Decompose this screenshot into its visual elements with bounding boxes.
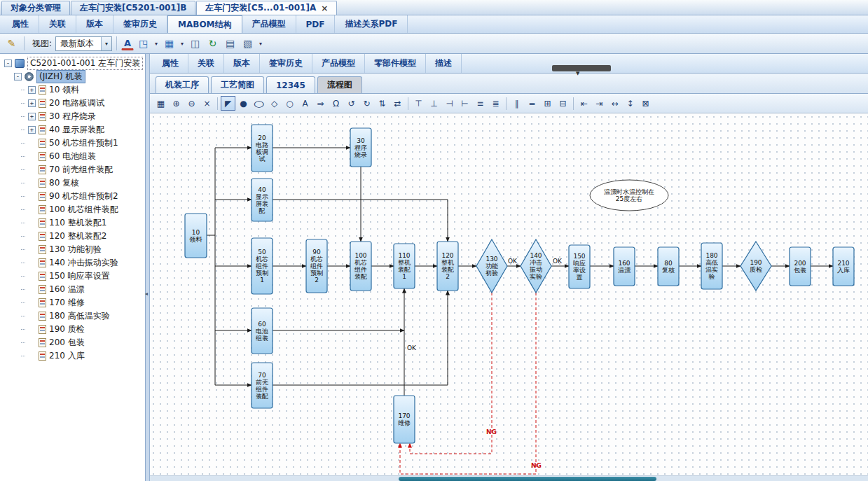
tree-item[interactable]: 170 维修 <box>1 296 144 309</box>
tree-item[interactable]: 100 机芯组件装配 <box>1 203 144 216</box>
undo-icon[interactable]: ↺ <box>344 96 359 111</box>
tree-item[interactable]: +30 程序烧录 <box>1 110 144 123</box>
panel-tab[interactable]: 版本 <box>224 54 260 73</box>
tree-item[interactable]: 150 响应率设置 <box>1 270 144 283</box>
resize-width-icon[interactable]: ↔ <box>607 96 622 111</box>
tree-item[interactable]: 50 机芯组件预制1 <box>1 137 144 150</box>
circle-shape-icon[interactable]: ○ <box>282 96 297 111</box>
delete-icon[interactable]: × <box>200 96 214 111</box>
subtab-工艺简图[interactable]: 工艺简图 <box>211 76 264 93</box>
layout-mode-icon[interactable]: ▦ <box>161 36 177 51</box>
tree-item[interactable]: 200 包装 <box>1 336 144 349</box>
flow-edge[interactable] <box>273 200 448 242</box>
close-tab-icon[interactable]: × <box>321 4 328 13</box>
dropdown-arrow-icon[interactable]: ▾ <box>179 41 186 47</box>
panel-tab[interactable]: 属性 <box>153 54 188 73</box>
main-tab[interactable]: 关联 <box>39 15 76 33</box>
subtab-机装工序[interactable]: 机装工序 <box>156 76 209 93</box>
fit-canvas-icon[interactable]: ⊠ <box>638 96 653 111</box>
tree-root-row[interactable]: - C5201-001-001 左车门安装 <box>1 57 144 70</box>
main-tab[interactable]: 签审历史 <box>113 15 167 33</box>
tree-group-row[interactable]: - (JIZH) 机装 <box>1 70 144 83</box>
view-version-dropdown[interactable]: 最新版本 ▾ <box>55 36 112 51</box>
resize-height-icon[interactable]: ↕ <box>623 96 638 111</box>
tree-item[interactable]: 180 高低温实验 <box>1 309 144 323</box>
flip-vertical-icon[interactable]: ⇅ <box>375 96 390 111</box>
expand-icon[interactable]: + <box>28 126 36 134</box>
collapse-icon[interactable]: - <box>4 60 12 67</box>
main-tab[interactable]: 产品模型 <box>242 15 296 33</box>
align-center-icon[interactable]: ≡ <box>473 96 488 111</box>
tree-item[interactable]: +40 显示屏装配 <box>1 123 144 137</box>
font-style-icon[interactable]: A <box>121 36 134 50</box>
panel-splitter-grip[interactable] <box>552 65 611 71</box>
flowchart-svg[interactable]: 10领料20电路板调试30程序烧录40显示屏装配50机芯组件预制190机芯组件预… <box>150 113 868 475</box>
panel-tab[interactable]: 产品模型 <box>312 54 365 73</box>
dropdown-arrow-icon[interactable]: ▾ <box>257 41 264 47</box>
doc-tab[interactable]: 左车门安装[C5...01-001]A× <box>196 1 337 15</box>
panel-collapse-icon[interactable]: ▼ <box>576 71 579 76</box>
subtab-流程图[interactable]: 流程图 <box>317 76 362 93</box>
text-tool-icon[interactable]: A <box>298 96 312 111</box>
select-cursor-icon[interactable]: ◤ <box>221 96 235 111</box>
panel-tab[interactable]: 签审历史 <box>260 54 312 73</box>
subtab-12345[interactable]: 12345 <box>266 76 315 93</box>
tree-item[interactable]: 190 质检 <box>1 323 144 336</box>
preview-grid-icon[interactable]: ▦ <box>153 96 168 111</box>
diamond-shape-icon[interactable]: ◇ <box>267 96 282 111</box>
refresh-icon[interactable]: ↻ <box>205 36 221 51</box>
tree-item[interactable]: 70 前壳组件装配 <box>1 163 144 176</box>
doc-tab[interactable]: 对象分类管理 <box>1 1 70 15</box>
canvas-hscrollbar[interactable] <box>150 475 868 481</box>
doc-tab[interactable]: 左车门安装[C5201-001]B <box>71 1 195 15</box>
distribute-h-icon[interactable]: ∥ <box>509 96 524 111</box>
splitter-collapse-icon[interactable]: ◂ <box>145 291 148 297</box>
flow-edge-ng[interactable] <box>410 293 492 454</box>
dropdown-arrow-icon[interactable]: ▾ <box>153 41 160 47</box>
flip-horizontal-icon[interactable]: ⇄ <box>390 96 405 111</box>
tree-item[interactable]: +10 领料 <box>1 83 144 97</box>
zoom-in-icon[interactable]: ⊕ <box>169 96 184 111</box>
align-bottom-icon[interactable]: ⊥ <box>427 96 441 111</box>
main-tab[interactable]: MABOM结构 <box>167 15 242 33</box>
distribute-v-icon[interactable]: = <box>525 96 539 111</box>
expand-icon[interactable]: + <box>28 86 36 94</box>
main-tab[interactable]: PDF <box>296 15 336 33</box>
main-tab[interactable]: 版本 <box>76 15 113 33</box>
flow-edge-ng[interactable] <box>400 293 536 474</box>
edit-export-icon[interactable]: ▧ <box>240 36 256 51</box>
arrow-connector-icon[interactable]: ⇒ <box>313 96 328 111</box>
flow-edge[interactable] <box>273 291 448 385</box>
curve-connector-icon[interactable]: Ω <box>329 96 343 111</box>
main-tab[interactable]: 描述关系PDF <box>335 15 408 33</box>
search-table-icon[interactable]: ◫ <box>187 36 203 51</box>
nudge-left-icon[interactable]: ⇤ <box>577 96 591 111</box>
redo-icon[interactable]: ↻ <box>359 96 374 111</box>
tree-item[interactable]: +20 电路板调试 <box>1 97 144 110</box>
align-top-icon[interactable]: ⊤ <box>411 96 426 111</box>
expand-icon[interactable]: + <box>28 99 36 107</box>
tree-item[interactable]: 130 功能初验 <box>1 243 144 256</box>
same-size-icon[interactable]: ⊞ <box>540 96 555 111</box>
ellipse-filled-icon[interactable]: ● <box>236 96 251 111</box>
dropdown-arrow-icon[interactable]: ▾ <box>101 37 111 50</box>
tree-item[interactable]: 120 整机装配2 <box>1 230 144 243</box>
nudge-right-icon[interactable]: ⇥ <box>592 96 607 111</box>
panel-tab[interactable]: 描述 <box>426 54 462 73</box>
align-left-icon[interactable]: ⊣ <box>442 96 457 111</box>
collapse-icon[interactable]: - <box>14 73 22 81</box>
tree-item[interactable]: 160 温漂 <box>1 283 144 296</box>
export-share-icon[interactable]: ◳ <box>135 36 151 51</box>
tree-item[interactable]: 60 电池组装 <box>1 150 144 163</box>
align-middle-icon[interactable]: ≣ <box>488 96 503 111</box>
align-right-icon[interactable]: ⊢ <box>457 96 472 111</box>
main-tab[interactable]: 属性 <box>2 15 39 33</box>
group-icon[interactable]: ⊟ <box>556 96 570 111</box>
expand-icon[interactable]: + <box>28 113 36 120</box>
panel-tab[interactable]: 零部件模型 <box>365 54 426 73</box>
flowchart-canvas[interactable]: 10领料20电路板调试30程序烧录40显示屏装配50机芯组件预制190机芯组件预… <box>150 113 868 475</box>
zoom-out-icon[interactable]: ⊖ <box>184 96 199 111</box>
hscrollbar-thumb[interactable] <box>399 477 656 481</box>
tree-item[interactable]: 80 复核 <box>1 176 144 190</box>
tree-item[interactable]: 140 冲击振动实验 <box>1 256 144 270</box>
